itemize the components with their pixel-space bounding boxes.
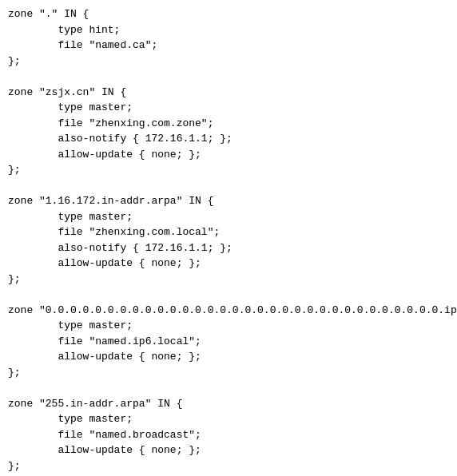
zone-1-16-172-block: zone "1.16.172.in-addr.arpa" IN { type m… [8, 195, 232, 285]
zone-zsjxcn-block: zone "zsjx.cn" IN { type master; file "z… [8, 86, 232, 177]
zone-255-block: zone "255.in-addr.arpa" IN { type master… [8, 398, 201, 472]
zone-ipv6-block: zone "0.0.0.0.0.0.0.0.0.0.0.0.0.0.0.0.0.… [8, 304, 457, 379]
zone-dot-block: zone "." IN { type hint; file "named.ca"… [8, 8, 157, 67]
code-editor: zone "." IN { type hint; file "named.ca"… [8, 6, 449, 476]
